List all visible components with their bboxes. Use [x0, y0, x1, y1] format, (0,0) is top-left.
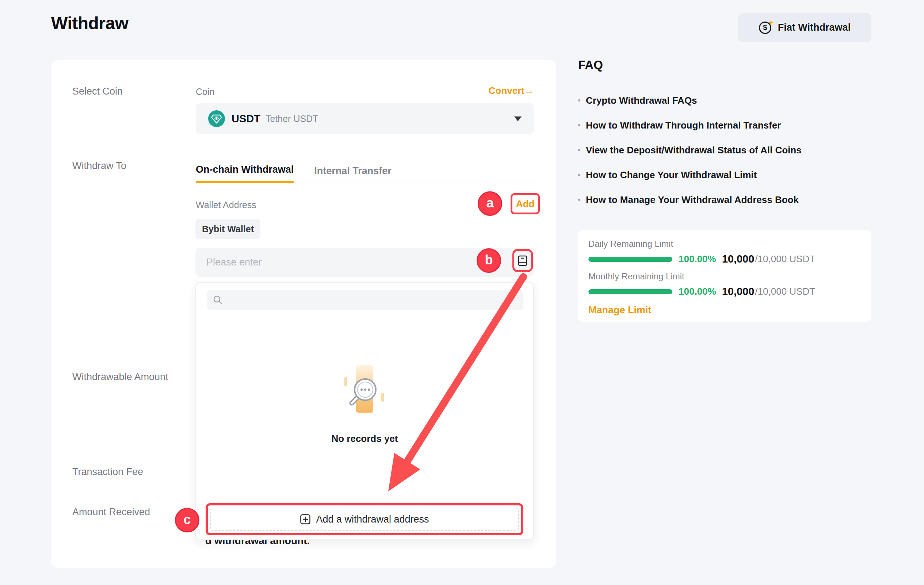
monthly-remaining-amount: 10,000 — [722, 285, 754, 298]
faq-section: FAQ Crypto Withdrawal FAQs How to Withdr… — [578, 58, 874, 219]
withdrawal-limits-card: Daily Remaining Limit 100.00% 10,000 /10… — [578, 230, 871, 322]
faq-link[interactable]: Crypto Withdrawal FAQs — [578, 95, 874, 106]
daily-limit-label: Daily Remaining Limit — [588, 239, 861, 249]
withdraw-to-label: Withdraw To — [72, 160, 126, 171]
plus-square-icon — [300, 514, 311, 525]
bybit-wallet-chip[interactable]: Bybit Wallet — [195, 219, 261, 239]
address-search-input[interactable] — [226, 295, 518, 305]
select-coin-label: Select Coin — [72, 86, 123, 97]
wallet-address-label: Wallet Address — [196, 200, 256, 210]
page-title: Withdraw — [51, 13, 129, 33]
monthly-limit-row: 100.00% 10,000 /10,000 USDT — [588, 285, 861, 298]
convert-link[interactable]: Convert→ — [488, 85, 534, 96]
annotation-badge-b: b — [477, 248, 501, 273]
bullet-dot — [578, 199, 580, 201]
coin-symbol: USDT — [231, 113, 261, 125]
fiat-dollar-icon: $ + — [759, 21, 773, 35]
annotation-box-address-book — [512, 249, 533, 272]
faq-title: FAQ — [578, 58, 874, 72]
add-address-link[interactable]: Add — [516, 198, 535, 209]
search-icon — [213, 295, 223, 305]
annotation-badge-a: a — [478, 191, 502, 216]
coin-full-name: Tether USDT — [266, 114, 318, 124]
faq-link[interactable]: View the Deposit/Withdrawal Status of Al… — [578, 145, 874, 156]
withdraw-form-card: Select Coin Withdraw To Withdrawable Amo… — [51, 60, 556, 568]
address-dropdown-panel: No records yet Add a withdrawal address — [195, 282, 534, 540]
magnifier-empty-icon — [341, 362, 390, 417]
empty-state-illustration — [341, 362, 390, 417]
add-withdrawal-address-button[interactable]: Add a withdrawal address — [210, 508, 519, 531]
address-book-icon[interactable] — [518, 255, 528, 267]
add-withdrawal-address-label: Add a withdrawal address — [316, 514, 429, 525]
coin-field-label: Coin — [196, 87, 214, 97]
fiat-withdrawal-button[interactable]: $ + Fiat Withdrawal — [738, 13, 871, 42]
monthly-percent: 100.00% — [678, 286, 716, 297]
transaction-fee-label: Transaction Fee — [72, 466, 143, 478]
fiat-withdrawal-label: Fiat Withdrawal — [778, 22, 851, 33]
daily-percent: 100.00% — [678, 254, 716, 265]
chevron-down-icon — [514, 117, 521, 121]
faq-link[interactable]: How to Withdraw Through Internal Transfe… — [578, 120, 874, 131]
monthly-progress-bar — [588, 289, 672, 294]
no-records-text: No records yet — [196, 433, 533, 445]
bullet-dot — [578, 124, 580, 126]
daily-progress-bar — [588, 257, 672, 262]
annotation-box-add-withdrawal-address: Add a withdrawal address — [206, 503, 523, 536]
annotation-box-add: Add — [511, 193, 540, 214]
daily-limit-row: 100.00% 10,000 /10,000 USDT — [588, 253, 861, 265]
monthly-total-amount: /10,000 USDT — [755, 286, 815, 297]
tether-coin-icon — [208, 110, 225, 127]
withdrawable-amount-label: Withdrawable Amount — [72, 371, 168, 383]
faq-list: Crypto Withdrawal FAQs How to Withdraw T… — [578, 95, 874, 205]
tab-internal-transfer[interactable]: Internal Transfer — [314, 165, 391, 183]
tab-onchain-withdrawal[interactable]: On-chain Withdrawal — [196, 164, 294, 183]
coin-select-dropdown[interactable]: USDT Tether USDT — [196, 103, 534, 134]
amount-received-label: Amount Received — [72, 506, 150, 518]
bullet-dot — [578, 174, 580, 176]
address-search-box[interactable] — [207, 290, 523, 310]
daily-total-amount: /10,000 USDT — [755, 254, 815, 265]
annotation-badge-c: c — [175, 508, 200, 532]
manage-limit-link[interactable]: Manage Limit — [588, 305, 861, 316]
monthly-limit-label: Monthly Remaining Limit — [588, 271, 861, 282]
faq-link[interactable]: How to Manage Your Withdrawal Address Bo… — [578, 194, 874, 205]
faq-link[interactable]: How to Change Your Withdrawal Limit — [578, 170, 874, 180]
withdraw-to-tabs: On-chain Withdrawal Internal Transfer — [196, 164, 534, 183]
bullet-dot — [578, 149, 580, 151]
bullet-dot — [578, 99, 580, 102]
daily-remaining-amount: 10,000 — [722, 253, 754, 265]
